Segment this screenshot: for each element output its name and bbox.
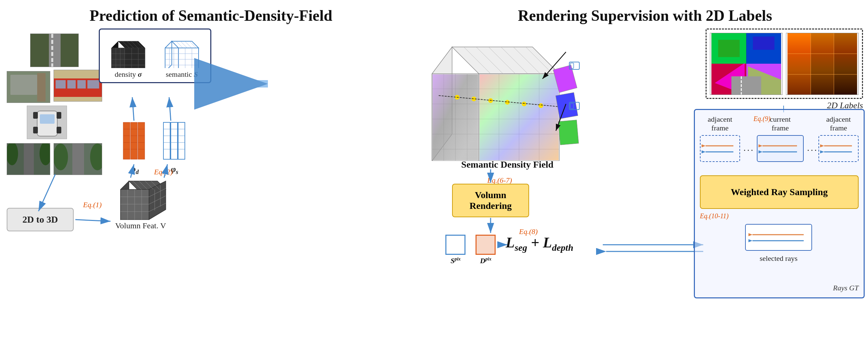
weighted-ray-box: Weighted Ray Sampling [700, 175, 859, 209]
semantic-cube [162, 34, 202, 68]
svg-line-124 [38, 174, 55, 211]
svg-rect-68 [178, 122, 185, 159]
dpix-label: Dpix [471, 257, 500, 265]
svg-rect-21 [57, 112, 61, 119]
svg-rect-22 [33, 127, 38, 134]
svg-rect-192 [753, 36, 774, 50]
dots-left: ··· [743, 145, 754, 156]
frame-center [757, 135, 804, 162]
volumn-rendering-box: Volumn Rendering [452, 184, 529, 217]
eq1-label: Eq.(1) [83, 201, 102, 209]
frames-weighted-box: adjacentframe currentframe Eq.(9) adjace… [694, 109, 865, 298]
cam-mid-bus [54, 70, 102, 102]
right-title: Rendering Supervision with 2D Labels [422, 0, 868, 25]
svg-rect-191 [718, 40, 739, 57]
svg-rect-15 [78, 80, 86, 88]
svg-rect-3 [51, 40, 53, 44]
svg-rect-1 [49, 34, 61, 67]
labels-dashed-box [706, 29, 863, 99]
svg-rect-20 [33, 112, 38, 119]
svg-rect-10 [37, 73, 45, 102]
svg-marker-131 [452, 47, 559, 74]
eq2-label: Eq.(2) [154, 168, 173, 176]
svg-rect-198 [787, 33, 811, 94]
frame-left [700, 135, 740, 162]
svg-point-30 [54, 144, 68, 170]
loss-formula: Lseg + Ldepth [506, 234, 573, 253]
svg-rect-5 [51, 52, 53, 56]
svg-rect-16 [87, 80, 99, 88]
svg-marker-100 [172, 41, 198, 48]
svg-rect-9 [10, 75, 37, 95]
frame-right [818, 135, 859, 162]
svg-marker-34 [121, 190, 149, 220]
dpix-box [475, 235, 496, 255]
density-cube [108, 34, 148, 68]
selected-rays-box [745, 224, 812, 251]
svg-rect-67 [171, 122, 178, 159]
svg-rect-6 [51, 58, 53, 62]
svg-rect-168 [558, 120, 579, 145]
density-cube-area: density σ [108, 34, 148, 79]
svg-line-128 [132, 97, 134, 121]
camera-cluster [7, 33, 100, 174]
svg-rect-25 [24, 144, 34, 175]
sdf-label: Semantic Density Field [449, 159, 566, 170]
svg-rect-51 [123, 122, 130, 159]
svg-line-111 [181, 41, 187, 48]
top-cubes-box: density σ [99, 29, 211, 83]
svg-marker-81 [118, 41, 145, 48]
cam-bottom-right [54, 143, 102, 175]
phi-d-area [121, 121, 147, 162]
semantic-label: semantic S [162, 70, 202, 79]
svg-rect-2 [51, 34, 53, 38]
density-label: density σ [108, 70, 148, 79]
left-title: Prediction of Semantic-Density-Field [0, 0, 422, 25]
svg-rect-167 [556, 92, 578, 119]
svg-rect-199 [811, 33, 834, 94]
left-section: Prediction of Semantic-Density-Field [0, 0, 422, 348]
svg-rect-23 [57, 127, 61, 134]
svg-rect-7 [51, 63, 53, 67]
cam-mid-left [7, 71, 50, 103]
svg-rect-29 [72, 144, 84, 175]
phi-d-label: φd [131, 164, 138, 176]
svg-rect-53 [138, 122, 145, 159]
svg-point-163 [522, 102, 526, 106]
svg-rect-52 [131, 122, 137, 159]
svg-rect-200 [834, 33, 857, 94]
box-2d3d: 2D to 3D [7, 208, 74, 231]
svg-rect-66 [163, 122, 170, 159]
label-img-semantic [710, 33, 783, 95]
svg-marker-101 [165, 41, 172, 68]
car-topview [27, 106, 67, 139]
svg-rect-158 [479, 75, 559, 160]
eq1011-label: Eq.(10-11) [700, 212, 729, 220]
svg-rect-19 [40, 114, 55, 124]
phi-s-area [161, 121, 188, 162]
volumn-feat-label: Volumn Feat. V [114, 221, 167, 230]
svg-rect-195 [732, 77, 761, 94]
dots-right: ··· [807, 145, 818, 156]
eq9-label: Eq.(9) [753, 115, 771, 123]
svg-line-129 [169, 97, 171, 121]
volumn-feat-cube [114, 178, 167, 225]
svg-point-164 [538, 103, 543, 108]
adj-frame-right-label: adjacentframe [818, 115, 859, 133]
svg-rect-14 [67, 80, 76, 88]
rays-gt-label: Rays GT [833, 284, 859, 292]
semantic-cube-area: semantic S [162, 34, 202, 79]
semantic-volume-area [425, 27, 593, 161]
selected-rays-label: selected rays [745, 254, 812, 263]
spix-box [445, 235, 465, 255]
svg-line-125 [75, 220, 111, 221]
cam-bottom-left [7, 143, 50, 175]
label-img-depth [786, 33, 859, 95]
spix-label: Spix [441, 257, 470, 265]
svg-rect-157 [433, 75, 478, 160]
main-container: Prediction of Semantic-Density-Field [0, 0, 868, 348]
semantic-volume-svg [425, 27, 593, 161]
svg-rect-13 [56, 80, 66, 88]
volumn-feat-area: Volumn Feat. V [114, 178, 167, 230]
right-section: Rendering Supervision with 2D Labels [422, 0, 868, 348]
